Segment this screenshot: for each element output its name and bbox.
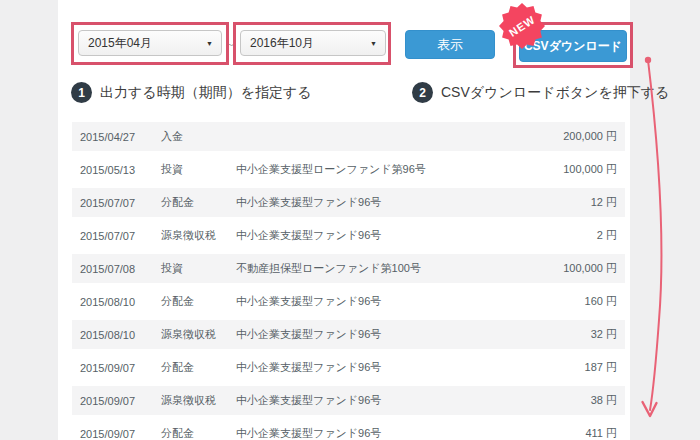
chevron-down-icon: ▼ bbox=[370, 40, 377, 47]
chevron-down-icon: ▼ bbox=[206, 40, 213, 47]
cell-amount: 200,000 円 bbox=[563, 129, 625, 144]
period-separator: ～ bbox=[224, 36, 236, 53]
cell-type: 分配金 bbox=[161, 360, 236, 375]
new-badge-icon: NEW bbox=[498, 2, 546, 50]
cell-type: 入金 bbox=[161, 129, 236, 144]
cell-type: 源泉徴収税 bbox=[161, 228, 236, 243]
cell-description: 中小企業支援型ファンド96号 bbox=[236, 294, 585, 309]
cell-amount: 32 円 bbox=[591, 327, 625, 342]
transaction-table: 2015/04/27 入金 200,000 円 2015/05/13 投資 中小… bbox=[72, 122, 625, 440]
step-2-label: CSVダウンロードボタンを押下する bbox=[441, 84, 669, 102]
step-2-badge: 2 bbox=[412, 82, 433, 103]
page: ～ 2015年04月 ▼ 2016年10月 ▼ 表示 CSVダウンロード NEW… bbox=[0, 0, 700, 440]
cell-type: 源泉徴収税 bbox=[161, 327, 236, 342]
cell-amount: 100,000 円 bbox=[563, 261, 625, 276]
step-1-badge: 1 bbox=[71, 82, 92, 103]
cell-date: 2015/07/07 bbox=[72, 230, 161, 242]
cell-description: 中小企業支援型ローンファンド第96号 bbox=[236, 162, 563, 177]
cell-amount: 12 円 bbox=[591, 195, 625, 210]
cell-type: 分配金 bbox=[161, 195, 236, 210]
cell-description: 中小企業支援型ファンド96号 bbox=[236, 360, 585, 375]
period-from-value: 2015年04月 bbox=[88, 35, 152, 52]
cell-description: 不動産担保型ローンファンド第100号 bbox=[236, 261, 563, 276]
table-row: 2015/04/27 入金 200,000 円 bbox=[72, 122, 625, 151]
cell-description: 中小企業支援型ファンド96号 bbox=[236, 228, 597, 243]
table-row: 2015/05/13 投資 中小企業支援型ローンファンド第96号 100,000… bbox=[72, 155, 625, 184]
table-row: 2015/07/07 源泉徴収税 中小企業支援型ファンド96号 2 円 bbox=[72, 221, 625, 250]
period-to-value: 2016年10月 bbox=[250, 35, 314, 52]
period-from-select[interactable]: 2015年04月 ▼ bbox=[78, 30, 222, 56]
cell-amount: 38 円 bbox=[591, 393, 625, 408]
cell-date: 2015/09/07 bbox=[72, 362, 161, 374]
cell-type: 投資 bbox=[161, 261, 236, 276]
instruction-step-1: 1 出力する時期（期間）を指定する bbox=[71, 82, 312, 103]
cell-description: 中小企業支援型ファンド96号 bbox=[236, 195, 591, 210]
table-row: 2015/09/07 源泉徴収税 中小企業支援型ファンド96号 38 円 bbox=[72, 386, 625, 415]
cell-amount: 160 円 bbox=[585, 294, 625, 309]
cell-date: 2015/07/07 bbox=[72, 197, 161, 209]
cell-date: 2015/08/10 bbox=[72, 329, 161, 341]
cell-date: 2015/04/27 bbox=[72, 131, 161, 143]
cell-amount: 2 円 bbox=[597, 228, 625, 243]
cell-date: 2015/07/08 bbox=[72, 263, 161, 275]
cell-date: 2015/09/07 bbox=[72, 428, 161, 440]
cell-date: 2015/09/07 bbox=[72, 395, 161, 407]
table-row: 2015/09/07 分配金 中小企業支援型ファンド96号 187 円 bbox=[72, 353, 625, 382]
table-row: 2015/07/08 投資 不動産担保型ローンファンド第100号 100,000… bbox=[72, 254, 625, 283]
cell-date: 2015/08/10 bbox=[72, 296, 161, 308]
cell-date: 2015/05/13 bbox=[72, 164, 161, 176]
table-row: 2015/08/10 源泉徴収税 中小企業支援型ファンド96号 32 円 bbox=[72, 320, 625, 349]
cell-type: 分配金 bbox=[161, 426, 236, 440]
cell-description: 中小企業支援型ファンド96号 bbox=[236, 327, 591, 342]
table-row: 2015/09/07 分配金 中小企業支援型ファンド96号 411 円 bbox=[72, 419, 625, 440]
cell-type: 源泉徴収税 bbox=[161, 393, 236, 408]
cell-type: 分配金 bbox=[161, 294, 236, 309]
cell-type: 投資 bbox=[161, 162, 236, 177]
table-row: 2015/08/10 分配金 中小企業支援型ファンド96号 160 円 bbox=[72, 287, 625, 316]
instruction-step-2: 2 CSVダウンロードボタンを押下する bbox=[412, 82, 669, 103]
cell-description: 中小企業支援型ファンド96号 bbox=[236, 426, 585, 440]
cell-amount: 100,000 円 bbox=[563, 162, 625, 177]
cell-amount: 411 円 bbox=[585, 426, 625, 440]
period-to-select[interactable]: 2016年10月 ▼ bbox=[240, 30, 386, 56]
cell-amount: 187 円 bbox=[585, 360, 625, 375]
table-row: 2015/07/07 分配金 中小企業支援型ファンド96号 12 円 bbox=[72, 188, 625, 217]
step-1-label: 出力する時期（期間）を指定する bbox=[100, 84, 312, 102]
show-button[interactable]: 表示 bbox=[405, 30, 495, 59]
cell-description: 中小企業支援型ファンド96号 bbox=[236, 393, 591, 408]
